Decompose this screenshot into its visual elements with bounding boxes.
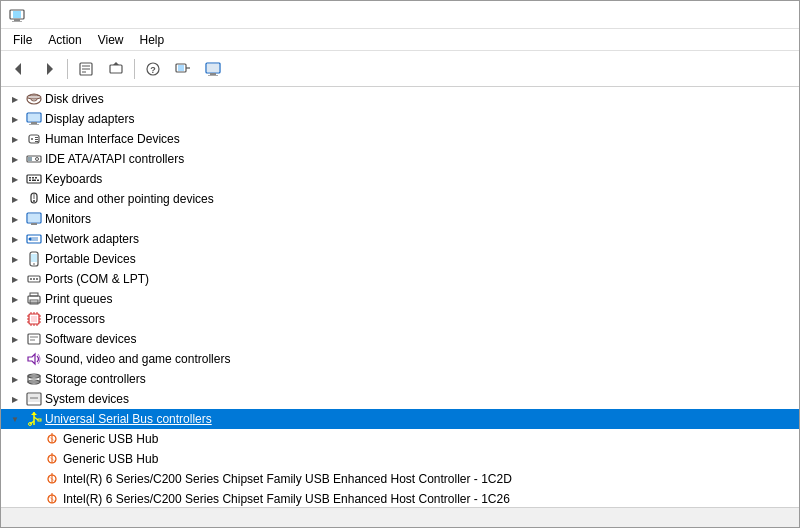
item-label-disk-drives: Disk drives: [45, 92, 104, 106]
tree-item-generic-hub-1[interactable]: Generic USB Hub: [1, 429, 799, 449]
portable-icon: [26, 251, 42, 267]
tree-item-network[interactable]: Network adapters: [1, 229, 799, 249]
svg-rect-38: [32, 177, 34, 179]
svg-point-58: [33, 278, 35, 280]
item-label-system: System devices: [45, 392, 129, 406]
tree-item-display-adapters[interactable]: Display adapters: [1, 109, 799, 129]
toolbar-separator-1: [67, 59, 68, 79]
svg-rect-10: [110, 65, 122, 73]
expander-sound[interactable]: [7, 351, 23, 367]
tree-item-processors[interactable]: Processors: [1, 309, 799, 329]
title-bar: [1, 1, 799, 29]
minimize-button[interactable]: [703, 5, 731, 25]
toolbar-separator-2: [134, 59, 135, 79]
forward-button[interactable]: [35, 56, 63, 82]
expander-system[interactable]: [7, 391, 23, 407]
tree-item-human-interface[interactable]: Human Interface Devices: [1, 129, 799, 149]
close-button[interactable]: [763, 5, 791, 25]
disk-icon: [26, 91, 42, 107]
tree-item-disk-drives[interactable]: Disk drives: [1, 89, 799, 109]
cpu-icon: [26, 311, 42, 327]
svg-point-59: [36, 278, 38, 280]
svg-rect-91: [38, 419, 41, 421]
tree-item-ports[interactable]: Ports (COM & LPT): [1, 269, 799, 289]
expander-print[interactable]: [7, 291, 23, 307]
item-label-human-interface: Human Interface Devices: [45, 132, 180, 146]
item-label-monitors: Monitors: [45, 212, 91, 226]
expander-network[interactable]: [7, 231, 23, 247]
expander-portable[interactable]: [7, 251, 23, 267]
back-button[interactable]: [5, 56, 33, 82]
svg-point-35: [36, 158, 39, 161]
item-label-storage: Storage controllers: [45, 372, 146, 386]
item-label-intel-usb-1: Intel(R) 6 Series/C200 Series Chipset Fa…: [63, 472, 512, 486]
monitor-button[interactable]: [199, 56, 227, 82]
svg-rect-27: [29, 124, 39, 125]
expander-disk-drives[interactable]: [7, 91, 23, 107]
menu-action[interactable]: Action: [40, 31, 89, 49]
svg-rect-31: [35, 139, 38, 140]
item-label-mice: Mice and other pointing devices: [45, 192, 214, 206]
system-icon: [26, 391, 42, 407]
menu-view[interactable]: View: [90, 31, 132, 49]
expander-keyboards[interactable]: [7, 171, 23, 187]
tree-item-usb-controllers[interactable]: Universal Serial Bus controllers: [1, 409, 799, 429]
item-label-ide-atapi: IDE ATA/ATAPI controllers: [45, 152, 184, 166]
expander-display-adapters[interactable]: [7, 111, 23, 127]
tree-item-sound[interactable]: Sound, video and game controllers: [1, 349, 799, 369]
svg-text:?: ?: [150, 65, 156, 75]
keyboard-icon: [26, 171, 42, 187]
svg-rect-20: [208, 75, 218, 76]
svg-point-23: [27, 95, 41, 99]
svg-rect-3: [12, 21, 22, 22]
usbchip-icon: [44, 471, 60, 487]
expander-ports[interactable]: [7, 271, 23, 287]
svg-rect-30: [35, 137, 38, 138]
expander-mice[interactable]: [7, 191, 23, 207]
tree-item-storage[interactable]: Storage controllers: [1, 369, 799, 389]
svg-point-52: [29, 238, 32, 241]
properties-button[interactable]: [72, 56, 100, 82]
svg-rect-42: [37, 180, 39, 182]
update-driver-button[interactable]: [102, 56, 130, 82]
mouse-icon: [26, 191, 42, 207]
tree-item-portable[interactable]: Portable Devices: [1, 249, 799, 269]
tree-item-intel-usb-2[interactable]: Intel(R) 6 Series/C200 Series Chipset Fa…: [1, 489, 799, 507]
scan-button[interactable]: [169, 56, 197, 82]
expander-software[interactable]: [7, 331, 23, 347]
expander-processors[interactable]: [7, 311, 23, 327]
toolbar: ?: [1, 51, 799, 87]
tree-item-software[interactable]: Software devices: [1, 329, 799, 349]
tree-item-mice[interactable]: Mice and other pointing devices: [1, 189, 799, 209]
tree-item-system[interactable]: System devices: [1, 389, 799, 409]
item-label-keyboards: Keyboards: [45, 172, 102, 186]
svg-point-45: [33, 200, 35, 202]
tree-item-monitors[interactable]: Monitors: [1, 209, 799, 229]
svg-marker-89: [31, 412, 37, 415]
content-area: Disk drivesDisplay adaptersHuman Interfa…: [1, 87, 799, 507]
item-label-software: Software devices: [45, 332, 136, 346]
tree-item-ide-atapi[interactable]: IDE ATA/ATAPI controllers: [1, 149, 799, 169]
expander-usb-controllers[interactable]: [7, 411, 23, 427]
item-label-network: Network adapters: [45, 232, 139, 246]
svg-point-29: [31, 138, 33, 140]
tree-item-print[interactable]: Print queues: [1, 289, 799, 309]
tree-item-generic-hub-2[interactable]: Generic USB Hub: [1, 449, 799, 469]
display-icon: [26, 111, 42, 127]
help-button[interactable]: ?: [139, 56, 167, 82]
svg-rect-2: [14, 19, 20, 21]
expander-ide-atapi[interactable]: [7, 151, 23, 167]
menu-bar: File Action View Help: [1, 29, 799, 51]
expander-storage[interactable]: [7, 371, 23, 387]
expander-human-interface[interactable]: [7, 131, 23, 147]
menu-file[interactable]: File: [5, 31, 40, 49]
tree-item-keyboards[interactable]: Keyboards: [1, 169, 799, 189]
svg-rect-1: [13, 11, 21, 18]
maximize-button[interactable]: [733, 5, 761, 25]
tree-item-intel-usb-1[interactable]: Intel(R) 6 Series/C200 Series Chipset Fa…: [1, 469, 799, 489]
menu-help[interactable]: Help: [132, 31, 173, 49]
item-label-ports: Ports (COM & LPT): [45, 272, 149, 286]
app-icon: [9, 7, 25, 23]
expander-monitors[interactable]: [7, 211, 23, 227]
device-tree[interactable]: Disk drivesDisplay adaptersHuman Interfa…: [1, 87, 799, 507]
